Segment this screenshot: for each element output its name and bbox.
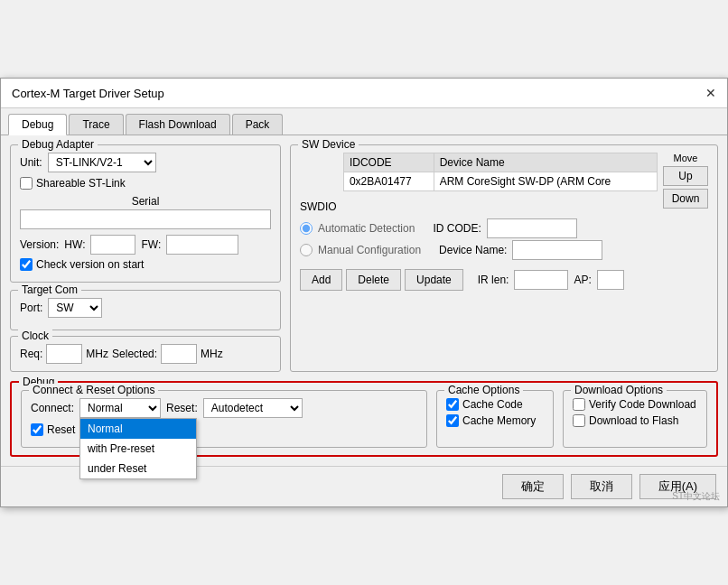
download-flash-checkbox[interactable] bbox=[573, 414, 585, 427]
tab-debug[interactable]: Debug bbox=[8, 114, 67, 135]
cache-memory-label: Cache Memory bbox=[462, 414, 536, 427]
delete-button[interactable]: Delete bbox=[346, 269, 401, 291]
cache-options-label: Cache Options bbox=[444, 384, 523, 396]
selected-input[interactable]: 0 bbox=[161, 344, 197, 364]
connect-reset-row: Connect: Normal with Pre-reset under Res… bbox=[31, 398, 417, 418]
ir-len-label: IR len: bbox=[478, 274, 509, 286]
sw-device-group: SW Device IDCODE Device Name bbox=[290, 144, 718, 372]
close-button[interactable]: ✕ bbox=[705, 86, 716, 100]
tab-bar: Debug Trace Flash Download Pack bbox=[1, 108, 727, 135]
id-code-input[interactable] bbox=[487, 218, 577, 238]
auto-detection-row: Automatic Detection bbox=[300, 222, 415, 235]
verify-code-checkbox[interactable] bbox=[573, 398, 585, 411]
connect-reset-label: Connect & Reset Options bbox=[29, 384, 158, 396]
hw-input[interactable]: V2-1 bbox=[90, 235, 135, 255]
sw-device-label: SW Device bbox=[298, 138, 359, 151]
swdio-label: SWDIO bbox=[300, 200, 337, 213]
shareable-checkbox[interactable] bbox=[20, 177, 33, 190]
action-area: Add Delete Update IR len: AP: 0 bbox=[300, 265, 658, 294]
cache-code-label: Cache Code bbox=[462, 398, 523, 411]
reset-checkbox-row: Reset bbox=[31, 423, 75, 436]
sw-device-table-area: IDCODE Device Name 0x2BA01477 ARM CoreSi… bbox=[300, 153, 658, 294]
check-version-checkbox[interactable] bbox=[20, 258, 33, 271]
dropdown-item-pre-reset[interactable]: with Pre-reset bbox=[80, 439, 196, 459]
col-device-name: Device Name bbox=[434, 153, 657, 172]
mhz-label2: MHz bbox=[201, 348, 223, 360]
download-flash-label: Download to Flash bbox=[589, 414, 678, 427]
port-row: Port: SW JTAG bbox=[20, 298, 271, 318]
shareable-row: Shareable ST-Link bbox=[20, 177, 271, 190]
tab-pack[interactable]: Pack bbox=[232, 114, 284, 135]
top-section: Debug Adapter Unit: ST-LINK/V2-1 ST-LINK… bbox=[10, 144, 718, 372]
mhz-label1: MHz bbox=[86, 348, 108, 360]
debug-bottom-section: Debug Connect & Reset Options Connect: N… bbox=[10, 381, 718, 457]
connect-label: Connect: bbox=[31, 402, 74, 414]
radio-section: Automatic Detection ID CODE: bbox=[300, 218, 658, 260]
auto-detection-radio[interactable] bbox=[300, 222, 313, 235]
reset-label: Reset: bbox=[166, 402, 198, 414]
cell-device-name: ARM CoreSight SW-DP (ARM Core bbox=[434, 172, 657, 191]
main-window: Cortex-M Target Driver Setup ✕ Debug Tra… bbox=[0, 78, 728, 507]
cache-memory-checkbox[interactable] bbox=[446, 414, 459, 427]
reset-select[interactable]: Autodetect HW Reset SW Reset bbox=[203, 398, 303, 418]
cache-memory-row: Cache Memory bbox=[446, 414, 544, 427]
main-content: Debug Adapter Unit: ST-LINK/V2-1 ST-LINK… bbox=[1, 135, 727, 466]
fw-input[interactable]: V2J39M27 bbox=[166, 235, 238, 255]
move-up-button[interactable]: Up bbox=[663, 166, 708, 186]
clock-group: Clock Req: 10 MHz Selected: 0 MHz bbox=[10, 336, 281, 372]
fw-label: FW: bbox=[141, 238, 161, 251]
version-row: Version: HW: V2-1 FW: V2J39M27 bbox=[20, 235, 271, 255]
cell-idcode: 0x2BA01477 bbox=[343, 172, 434, 191]
reset-checkbox-label: Reset bbox=[47, 423, 75, 436]
left-panel: Debug Adapter Unit: ST-LINK/V2-1 ST-LINK… bbox=[10, 144, 281, 372]
req-input[interactable]: 10 bbox=[46, 344, 82, 364]
connect-wrapper: Normal with Pre-reset under Reset Normal… bbox=[79, 398, 161, 418]
dropdown-item-normal[interactable]: Normal bbox=[80, 419, 196, 439]
device-name-input[interactable] bbox=[512, 240, 602, 260]
radio-auto-row: Automatic Detection ID CODE: bbox=[300, 218, 658, 238]
update-button[interactable]: Update bbox=[405, 269, 463, 291]
manual-config-label: Manual Configuration bbox=[318, 244, 421, 256]
radio-manual-row: Manual Configuration Device Name: bbox=[300, 240, 658, 260]
check-version-label: Check version on start bbox=[36, 258, 144, 271]
target-com-label: Target Com bbox=[18, 283, 81, 296]
title-bar: Cortex-M Target Driver Setup ✕ bbox=[1, 79, 727, 108]
cache-options-box: Cache Options Cache Code Cache Memory bbox=[436, 390, 554, 448]
verify-code-label: Verify Code Download bbox=[589, 398, 696, 411]
tab-flash-download[interactable]: Flash Download bbox=[126, 114, 230, 135]
port-label: Port: bbox=[20, 302, 42, 314]
dropdown-item-under-reset[interactable]: under Reset bbox=[80, 459, 196, 478]
ap-label: AP: bbox=[574, 274, 591, 286]
debug-adapter-label: Debug Adapter bbox=[18, 138, 98, 151]
action-buttons: Add Delete Update bbox=[300, 269, 463, 291]
cancel-button[interactable]: 取消 bbox=[571, 474, 632, 499]
ir-len-input[interactable] bbox=[514, 270, 568, 290]
cache-code-checkbox[interactable] bbox=[446, 398, 459, 411]
confirm-button[interactable]: 确定 bbox=[502, 474, 564, 499]
sw-device-box: SW Device IDCODE Device Name bbox=[290, 144, 718, 372]
table-header-row: IDCODE Device Name 0x2BA01477 ARM CoreSi… bbox=[300, 153, 658, 197]
clock-label: Clock bbox=[18, 330, 52, 342]
move-buttons: Move Up Down bbox=[663, 153, 708, 294]
connect-dropdown-popup: Normal with Pre-reset under Reset bbox=[79, 418, 197, 479]
ap-input[interactable]: 0 bbox=[597, 270, 624, 290]
swdio-row: SWDIO bbox=[300, 200, 658, 213]
sw-device-outer: IDCODE Device Name 0x2BA01477 ARM CoreSi… bbox=[300, 153, 708, 294]
connect-select[interactable]: Normal with Pre-reset under Reset bbox=[79, 398, 161, 418]
move-down-button[interactable]: Down bbox=[663, 189, 708, 209]
req-label: Req: bbox=[20, 348, 42, 360]
connect-reset-box: Connect & Reset Options Connect: Normal … bbox=[21, 390, 427, 448]
version-label: Version: bbox=[20, 238, 59, 251]
move-label: Move bbox=[663, 153, 708, 163]
port-select[interactable]: SW JTAG bbox=[48, 298, 102, 318]
window-title: Cortex-M Target Driver Setup bbox=[12, 87, 164, 100]
serial-label: Serial bbox=[132, 195, 160, 208]
tab-trace[interactable]: Trace bbox=[69, 114, 123, 135]
cache-code-row: Cache Code bbox=[446, 398, 544, 411]
id-code-label: ID CODE: bbox=[433, 222, 481, 235]
unit-select[interactable]: ST-LINK/V2-1 ST-LINK/V2 ST-LINK/V3 bbox=[48, 153, 156, 172]
add-button[interactable]: Add bbox=[300, 269, 342, 291]
reset-checkbox[interactable] bbox=[31, 423, 43, 436]
manual-config-radio[interactable] bbox=[300, 244, 313, 256]
serial-input[interactable]: 0672FF525750877267064223 bbox=[20, 209, 271, 229]
